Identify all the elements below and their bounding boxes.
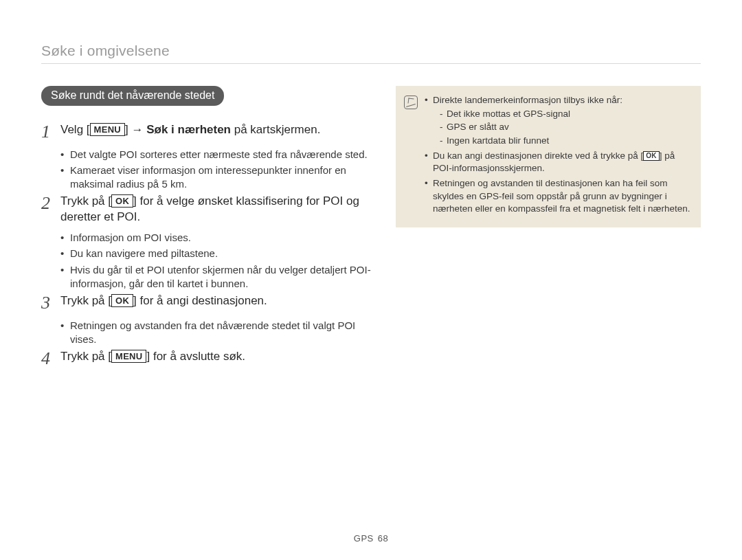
note-subitem: GPS er slått av — [440, 121, 691, 133]
step-text-part: ] → — [125, 123, 146, 136]
step-number: 3 — [41, 293, 60, 313]
menu-button-icon: MENU — [111, 350, 146, 363]
step-text-bold: Søk i nærheten — [146, 123, 231, 136]
step-text-part: Trykk på [ — [60, 194, 111, 208]
step-2-bullets: Informasjon om POI vises. Du kan naviger… — [41, 231, 371, 291]
step-text-part: på kartskjermen. — [231, 123, 320, 136]
step-text: Velg [MENU] → Søk i nærheten på kartskje… — [60, 122, 320, 142]
page-footer: GPS68 — [0, 533, 742, 544]
left-column: Søke rundt det nåværende stedet 1 Velg [… — [41, 86, 371, 369]
right-column: Direkte landemerkeinformasjon tilbys ikk… — [396, 86, 701, 369]
note-icon — [404, 96, 418, 109]
note-panel: Direkte landemerkeinformasjon tilbys ikk… — [396, 86, 701, 227]
step-1: 1 Velg [MENU] → Søk i nærheten på kartsk… — [41, 122, 371, 142]
ok-button-icon: OK — [111, 194, 133, 208]
ok-button-icon: OK — [111, 294, 133, 307]
section-pill: Søke rundt det nåværende stedet — [41, 86, 224, 106]
step-number: 1 — [41, 122, 60, 142]
step-3-bullets: Retningen og avstanden fra det nåværende… — [41, 319, 371, 347]
step-text-part: Trykk på [ — [60, 350, 111, 363]
step-text: Trykk på [OK] for å angi destinasjonen. — [60, 293, 267, 313]
bullet-item: Informasjon om POI vises. — [60, 231, 371, 245]
footer-section: GPS — [354, 533, 374, 544]
footer-page-number: 68 — [378, 533, 388, 544]
step-text: Trykk på [OK] for å velge ønsket klassif… — [60, 194, 371, 225]
step-2: 2 Trykk på [OK] for å velge ønsket klass… — [41, 194, 371, 225]
page-header-title: Søke i omgivelsene — [41, 43, 701, 64]
note-item: Direkte landemerkeinformasjon tilbys ikk… — [425, 94, 691, 147]
step-text-part: Trykk på [ — [60, 294, 111, 307]
step-text-part: ] for å angi destinasjonen. — [133, 294, 267, 307]
step-number: 2 — [41, 194, 60, 225]
bullet-item: Kameraet viser informasjon om interessep… — [60, 164, 371, 192]
step-3: 3 Trykk på [OK] for å angi destinasjonen… — [41, 293, 371, 313]
note-item: Du kan angi destinasjonen direkte ved å … — [425, 150, 691, 175]
note-item: Retningen og avstanden til destinasjonen… — [425, 177, 691, 215]
step-1-bullets: Det valgte POI sorteres etter nærmeste s… — [41, 148, 371, 192]
bullet-item: Det valgte POI sorteres etter nærmeste s… — [60, 148, 371, 161]
bullet-item: Retningen og avstanden fra det nåværende… — [60, 319, 371, 347]
note-subitem: Det ikke mottas et GPS-signal — [440, 108, 691, 120]
note-sublist: Det ikke mottas et GPS-signal GPS er slå… — [433, 108, 691, 147]
step-text-part: ] for å avslutte søk. — [146, 350, 245, 363]
menu-button-icon: MENU — [90, 123, 125, 136]
step-4: 4 Trykk på [MENU] for å avslutte søk. — [41, 349, 371, 369]
step-text: Trykk på [MENU] for å avslutte søk. — [60, 349, 245, 369]
bullet-item: Du kan navigere med piltastene. — [60, 247, 371, 260]
step-text-part: Velg [ — [60, 123, 90, 136]
ok-button-icon: OK — [643, 151, 660, 161]
note-list: Direkte landemerkeinformasjon tilbys ikk… — [425, 94, 691, 218]
note-text: Direkte landemerkeinformasjon tilbys ikk… — [433, 95, 622, 105]
step-number: 4 — [41, 349, 60, 369]
bullet-item: Hvis du går til et POI utenfor skjermen … — [60, 263, 371, 291]
note-subitem: Ingen kartdata blir funnet — [440, 135, 691, 147]
note-text-part: Du kan angi destinasjonen direkte ved å … — [433, 150, 643, 161]
